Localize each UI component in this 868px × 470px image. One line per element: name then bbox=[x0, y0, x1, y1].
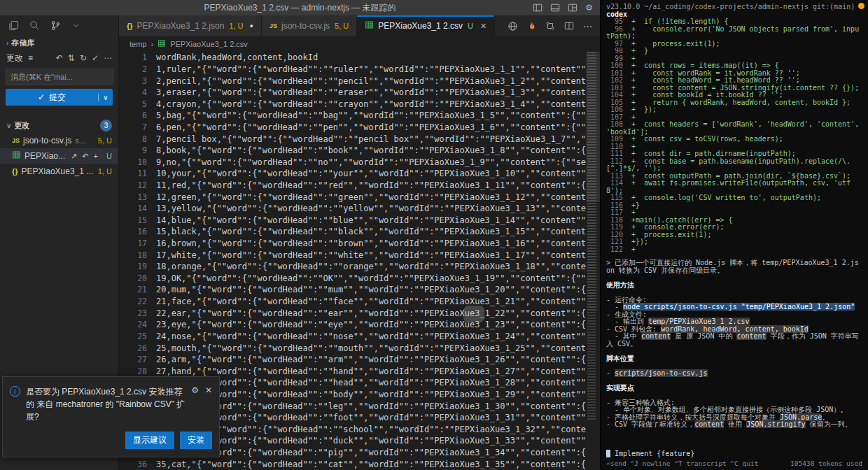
code-line[interactable]: 76,pen,"{""word"":{""wordHead"":""pen"",… bbox=[119, 122, 586, 134]
changes-label: 更改 bbox=[14, 120, 29, 131]
codex-input-line[interactable]: Implement {feature} bbox=[606, 450, 862, 458]
breadcrumb-file[interactable]: PEPXiaoXue3_1 2.csv bbox=[170, 40, 248, 48]
install-extension-button[interactable]: 安装 bbox=[180, 432, 212, 449]
open-file-icon[interactable]: ↗ bbox=[71, 152, 77, 161]
tab-decoration: U bbox=[468, 22, 473, 30]
source-control-icon[interactable] bbox=[50, 20, 61, 31]
tab-decoration: 1, U bbox=[229, 22, 243, 30]
commit-message-input[interactable] bbox=[6, 69, 113, 85]
discard-file-icon[interactable]: ↶ bbox=[82, 152, 88, 161]
breadcrumb[interactable]: temp › PEPXiaoXue3_1 2.csv bbox=[119, 36, 600, 52]
code-line[interactable]: 1211,red,"{""word"":{""wordHead"":""red"… bbox=[119, 180, 586, 192]
commit-button-label: 提交 bbox=[49, 92, 66, 104]
code-line[interactable]: 1817,white,"{""word"":{""wordHead"":""wh… bbox=[119, 249, 586, 261]
code-line[interactable]: 2019,OK,"{""word"":{""wordHead"":""OK"",… bbox=[119, 273, 586, 285]
code-line[interactable]: 2625,mouth,"{""word"":{""wordHead"":""mo… bbox=[119, 342, 586, 354]
code-line[interactable]: 54,crayon,"{""word"":{""wordHead"":""cra… bbox=[119, 98, 586, 110]
commit-check-icon[interactable]: ✓ bbox=[92, 54, 99, 62]
scm-file-json-to-csv[interactable]: JS json-to-csv.js s... 5, U bbox=[0, 133, 118, 148]
code-line[interactable]: 1615,black,"{""word"":{""wordHead"":""bl… bbox=[119, 226, 586, 238]
titlebar[interactable]: PEPXiaoXue3_1 2.csv — admin-nextjs — 未跟踪… bbox=[0, 0, 600, 15]
code-line[interactable]: 2524,nose,"{""word"":{""wordHead"":""nos… bbox=[119, 331, 586, 343]
terminal-text-line: 实现要点 bbox=[606, 385, 862, 392]
settings-gear-icon[interactable]: ⚙ bbox=[585, 3, 593, 12]
search-icon[interactable] bbox=[29, 20, 40, 31]
browser-preview-icon[interactable] bbox=[507, 21, 518, 31]
code-line[interactable]: 2827,hand,"{""word"":{""wordHead"":""han… bbox=[119, 365, 586, 377]
minimap[interactable] bbox=[586, 52, 600, 470]
compare-changes-icon[interactable] bbox=[545, 21, 555, 31]
code-line[interactable]: 32,pencil,"{""word"":{""wordHead"":""pen… bbox=[119, 75, 586, 87]
code-line[interactable]: 87,pencil box,"{""word"":{""wordHead"":"… bbox=[119, 133, 586, 145]
code-line[interactable]: 2322,ear,"{""word"":{""wordHead"":""ear"… bbox=[119, 307, 586, 319]
scm-file-pepxiaoxue-csv[interactable]: PEPXiao... ↗ ↶ + U bbox=[0, 148, 118, 164]
explorer-icon[interactable] bbox=[8, 20, 19, 31]
code-line[interactable]: 98,book,"{""word"":{""wordHead"":""book"… bbox=[119, 145, 586, 157]
stage-file-icon[interactable]: + bbox=[93, 152, 97, 161]
code-line[interactable]: 65,bag,"{""word"":{""wordHead"":""bag"",… bbox=[119, 110, 586, 122]
terminal-body: > 已添加一个可直接运行的 Node.js 脚本，将 temp/PEPXiaoX… bbox=[606, 259, 862, 429]
chevron-right-icon: › bbox=[6, 39, 8, 47]
view-as-list-icon[interactable]: ≡ bbox=[28, 54, 33, 62]
code-line[interactable]: 2726,arm,"{""word"":{""wordHead"":""arm"… bbox=[119, 354, 586, 366]
code-line[interactable]: 2423,eye,"{""word"":{""wordHead"":""eye"… bbox=[119, 319, 586, 331]
scm-file-pepxiaoxue-json[interactable]: {} PEPXiaoXue3_1 ... 1, U bbox=[0, 164, 118, 179]
notification-settings-gear-icon[interactable]: ⚙ bbox=[191, 385, 199, 395]
refresh-icon[interactable]: ↻ bbox=[80, 54, 87, 62]
tab-label: PEPXiaoXue3_1 2.csv bbox=[378, 21, 463, 31]
terminal-scrollback[interactable]: v23.10.0 ~/ai_coding/codex-projects/admi… bbox=[606, 3, 862, 448]
flame-extension-icon[interactable] bbox=[527, 21, 536, 31]
js-file-icon: JS bbox=[270, 22, 277, 29]
tab-pepxiaoxue-json[interactable]: {} PEPXiaoXue3_1 2.json 1, U ● bbox=[119, 15, 262, 36]
code-line[interactable]: 1413,yellow,"{""word"":{""wordHead"":""y… bbox=[119, 203, 586, 215]
toggle-sidebar-icon[interactable] bbox=[533, 3, 542, 13]
additional-views-chevron-icon[interactable] bbox=[71, 21, 80, 30]
vscode-window: PEPXiaoXue3_1 2.csv — admin-nextjs — 未跟踪… bbox=[0, 0, 600, 470]
code-line[interactable]: 2221,face,"{""word"":{""wordHead"":""fac… bbox=[119, 296, 586, 308]
commit-button[interactable]: ✓ 提交 ∨ bbox=[6, 89, 113, 106]
more-actions-icon[interactable]: ⋯ bbox=[104, 54, 112, 62]
window-title: PEPXiaoXue3_1 2.csv — admin-nextjs — 未跟踪… bbox=[0, 2, 600, 14]
discard-changes-icon[interactable]: ↶ bbox=[56, 54, 63, 62]
code-line[interactable]: 2120,mum,"{""word"":{""wordHead"":""mum"… bbox=[119, 284, 586, 296]
code-line[interactable]: 1918,orange,"{""word"":{""wordHead"":""o… bbox=[119, 261, 586, 273]
notification-close-icon[interactable]: ✕ bbox=[205, 385, 212, 395]
file-name: json-to-csv.js bbox=[23, 136, 71, 145]
repositories-label: 存储库 bbox=[11, 38, 34, 48]
breadcrumb-separator-icon: › bbox=[150, 40, 153, 48]
changes-section-header[interactable]: ∨ 更改 3 bbox=[0, 118, 118, 133]
tab-pepxiaoxue-csv[interactable]: PEPXiaoXue3_1 2.csv U ✕ bbox=[357, 15, 495, 36]
mouse-cursor-highlight bbox=[463, 306, 484, 322]
commit-dropdown-icon[interactable]: ∨ bbox=[98, 94, 113, 101]
code-line[interactable]: 43,eraser,"{""word"":{""wordHead"":""era… bbox=[119, 87, 586, 99]
code-line[interactable]: 1312,green,"{""word"":{""wordHead"":""gr… bbox=[119, 191, 586, 203]
tab-decoration: 5, U bbox=[335, 22, 349, 30]
file-name: PEPXiaoXue3_1 ... bbox=[22, 166, 94, 176]
tab-label: PEPXiaoXue3_1 2.json bbox=[137, 21, 225, 31]
code-line[interactable]: 1514,blue,"{""word"":{""wordHead"":""blu… bbox=[119, 215, 586, 227]
minimap-slider[interactable] bbox=[586, 52, 600, 202]
terminal-status-line: ⏎send ^J newline ^T transcript ^C quit 1… bbox=[606, 460, 862, 468]
show-recommendations-button[interactable]: 显示建议 bbox=[125, 432, 174, 449]
scm-changes-toolbar: 更改 ≡ ↶ ⇅ ↻ ✓ ⋯ bbox=[0, 50, 118, 66]
terminal-text-line bbox=[606, 362, 862, 370]
diff-added-line: 96 + console.error('No JSON objects pars… bbox=[606, 26, 862, 41]
code-line[interactable]: 1716,brown,"{""word"":{""wordHead"":""br… bbox=[119, 238, 586, 250]
terminal-window[interactable]: v23.10.0 ~/ai_coding/codex-projects/admi… bbox=[600, 0, 868, 470]
more-actions-icon[interactable]: ⋯ bbox=[583, 21, 592, 31]
code-line[interactable]: 1wordRank,headWord,content,bookId bbox=[119, 52, 586, 64]
code-line[interactable]: 3635,cat,"{""word"":{""wordHead"":""cat"… bbox=[119, 458, 586, 470]
split-editor-icon[interactable] bbox=[564, 21, 574, 31]
repositories-section-header[interactable]: › 存储库 bbox=[0, 35, 118, 50]
breadcrumb-folder[interactable]: temp bbox=[130, 40, 146, 48]
tab-json-to-csv[interactable]: JS json-to-csv.js 5, U bbox=[262, 15, 357, 36]
csv-file-icon bbox=[158, 39, 166, 49]
toggle-panel-icon[interactable] bbox=[550, 3, 560, 13]
code-line[interactable]: 1110,your,"{""word"":{""wordHead"":""you… bbox=[119, 168, 586, 180]
sync-changes-icon[interactable]: ⇅ bbox=[68, 54, 75, 62]
text-cursor-icon bbox=[606, 450, 610, 457]
close-tab-icon[interactable]: ✕ bbox=[480, 22, 486, 31]
customize-layout-icon[interactable] bbox=[568, 3, 578, 13]
code-line[interactable]: 109,no,"{""word"":{""wordHead"":""no"","… bbox=[119, 156, 586, 168]
code-line[interactable]: 21,ruler,"{""word"":{""wordHead"":""rule… bbox=[119, 64, 586, 76]
